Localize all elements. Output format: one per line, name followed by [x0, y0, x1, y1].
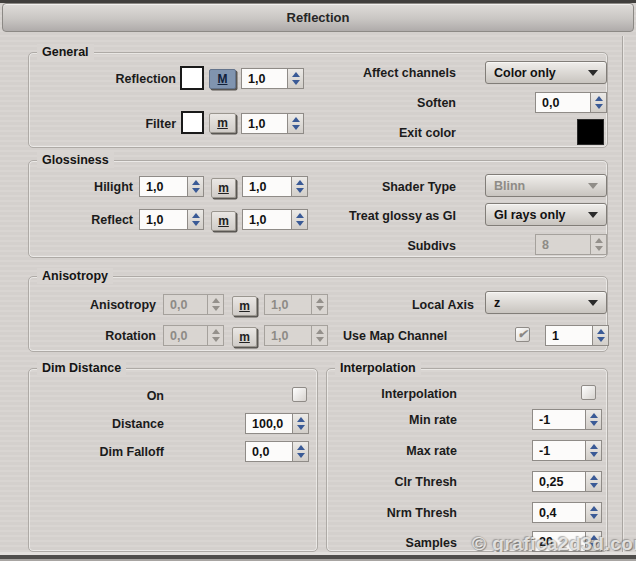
spinner-arrows[interactable] — [207, 294, 224, 315]
spinner-arrows[interactable] — [207, 325, 224, 346]
rotation-input[interactable] — [163, 325, 207, 346]
spinner-arrows[interactable] — [585, 471, 602, 492]
subdivs-spinner[interactable] — [535, 234, 607, 255]
local-axis-dropdown[interactable]: z — [485, 291, 607, 314]
spinner-down-icon[interactable] — [590, 514, 598, 519]
reflection-amount-input[interactable] — [241, 68, 287, 89]
spinner-arrows[interactable] — [292, 441, 309, 462]
rotation-spinner[interactable] — [163, 325, 224, 346]
spinner-arrows[interactable] — [590, 92, 607, 113]
hilight-mult-input[interactable] — [242, 176, 291, 197]
spinner-up-icon[interactable] — [590, 506, 598, 511]
rotation-mult-spinner[interactable] — [264, 325, 328, 346]
spinner-down-icon[interactable] — [292, 125, 300, 130]
spinner-arrows[interactable] — [585, 502, 602, 523]
spinner-arrows[interactable] — [292, 413, 309, 434]
filter-amount-spinner[interactable] — [241, 113, 304, 134]
clr-thresh-input[interactable] — [532, 471, 585, 492]
distance-spinner[interactable] — [245, 413, 309, 434]
spinner-up-icon[interactable] — [590, 413, 598, 418]
spinner-arrows[interactable] — [187, 209, 204, 230]
filter-amount-input[interactable] — [241, 113, 287, 134]
hilight-mult-spinner[interactable] — [242, 176, 308, 197]
spinner-down-icon[interactable] — [192, 221, 200, 226]
reflect-spinner[interactable] — [139, 209, 204, 230]
spinner-down-icon[interactable] — [590, 421, 598, 426]
spinner-up-icon[interactable] — [296, 213, 304, 218]
min-rate-input[interactable] — [532, 409, 585, 430]
soften-spinner[interactable] — [535, 92, 607, 113]
spinner-arrows[interactable] — [585, 440, 602, 461]
spinner-arrows[interactable] — [590, 234, 607, 255]
reflect-mult-spinner[interactable] — [242, 209, 308, 230]
spinner-down-icon[interactable] — [297, 453, 305, 458]
anisotropy-input[interactable] — [163, 294, 207, 315]
dim-falloff-spinner[interactable] — [245, 441, 309, 462]
anisotropy-mult-input[interactable] — [264, 294, 311, 315]
spinner-up-icon[interactable] — [590, 475, 598, 480]
spinner-arrows[interactable] — [287, 113, 304, 134]
reflect-input[interactable] — [139, 209, 187, 230]
spinner-down-icon[interactable] — [292, 80, 300, 85]
spinner-up-icon[interactable] — [212, 329, 220, 334]
min-rate-spinner[interactable] — [532, 409, 602, 430]
spinner-arrows[interactable] — [311, 325, 328, 346]
dim-falloff-input[interactable] — [245, 441, 292, 462]
exit-color-swatch[interactable] — [577, 119, 604, 145]
spinner-up-icon[interactable] — [192, 180, 200, 185]
spinner-down-icon[interactable] — [597, 337, 605, 342]
spinner-down-icon[interactable] — [212, 306, 220, 311]
hilight-map-button[interactable]: m — [211, 178, 236, 198]
nrm-thresh-spinner[interactable] — [532, 502, 602, 523]
spinner-up-icon[interactable] — [595, 96, 603, 101]
spinner-down-icon[interactable] — [595, 104, 603, 109]
filter-map-button[interactable]: m — [209, 113, 236, 133]
treat-glossy-dropdown[interactable]: GI rays only — [485, 203, 607, 226]
spinner-down-icon[interactable] — [212, 337, 220, 342]
anisotropy-mult-spinner[interactable] — [264, 294, 328, 315]
clr-thresh-spinner[interactable] — [532, 471, 602, 492]
reflect-mult-input[interactable] — [242, 209, 291, 230]
rotation-map-button[interactable]: m — [232, 327, 257, 347]
spinner-down-icon[interactable] — [192, 188, 200, 193]
spinner-down-icon[interactable] — [297, 425, 305, 430]
reflection-map-button[interactable]: M — [209, 69, 236, 89]
rollout-header-reflection[interactable]: Reflection — [2, 3, 634, 32]
spinner-up-icon[interactable] — [595, 238, 603, 243]
spinner-up-icon[interactable] — [192, 213, 200, 218]
max-rate-spinner[interactable] — [532, 440, 602, 461]
spinner-down-icon[interactable] — [595, 246, 603, 251]
interpolation-checkbox[interactable]: ✔ — [581, 385, 596, 400]
max-rate-input[interactable] — [532, 440, 585, 461]
spinner-arrows[interactable] — [291, 176, 308, 197]
distance-input[interactable] — [245, 413, 292, 434]
spinner-down-icon[interactable] — [316, 306, 324, 311]
spinner-arrows[interactable] — [311, 294, 328, 315]
reflect-map-button[interactable]: m — [211, 211, 236, 231]
spinner-arrows[interactable] — [187, 176, 204, 197]
spinner-arrows[interactable] — [585, 409, 602, 430]
spinner-up-icon[interactable] — [597, 329, 605, 334]
spinner-down-icon[interactable] — [590, 452, 598, 457]
reflection-color-swatch[interactable] — [180, 66, 204, 90]
spinner-down-icon[interactable] — [316, 337, 324, 342]
rotation-mult-input[interactable] — [264, 325, 311, 346]
spinner-down-icon[interactable] — [590, 483, 598, 488]
spinner-up-icon[interactable] — [292, 117, 300, 122]
affect-channels-dropdown[interactable]: Color only — [485, 61, 607, 84]
use-map-channel-input[interactable] — [545, 325, 592, 346]
nrm-thresh-input[interactable] — [532, 502, 585, 523]
filter-color-swatch[interactable] — [181, 111, 204, 134]
spinner-up-icon[interactable] — [292, 72, 300, 77]
use-map-channel-checkbox[interactable]: ✔ — [515, 327, 530, 342]
spinner-up-icon[interactable] — [316, 329, 324, 334]
anisotropy-map-button[interactable]: m — [232, 296, 257, 316]
anisotropy-spinner[interactable] — [163, 294, 224, 315]
spinner-down-icon[interactable] — [296, 188, 304, 193]
subdivs-input[interactable] — [535, 234, 590, 255]
spinner-up-icon[interactable] — [212, 298, 220, 303]
spinner-up-icon[interactable] — [297, 445, 305, 450]
shader-type-dropdown[interactable]: Blinn — [485, 174, 607, 197]
spinner-up-icon[interactable] — [296, 180, 304, 185]
spinner-up-icon[interactable] — [297, 417, 305, 422]
